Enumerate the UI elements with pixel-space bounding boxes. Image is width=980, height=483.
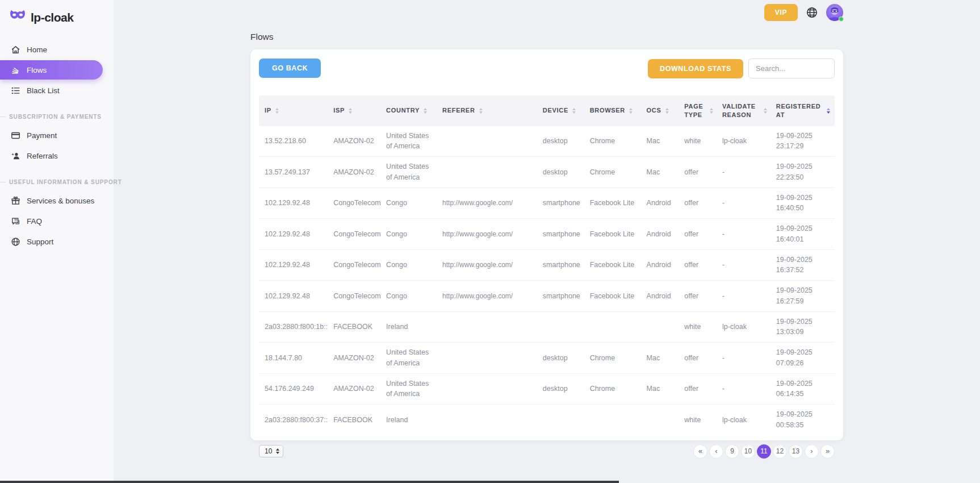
- sort-icon[interactable]: [424, 108, 427, 114]
- cell-ip: 2a03:2880:f800:1b::: [259, 311, 329, 343]
- page-size-select[interactable]: 10: [259, 445, 283, 457]
- sort-icon[interactable]: [710, 108, 713, 114]
- page-button-11[interactable]: 11: [757, 444, 771, 459]
- table-row[interactable]: 2a03:2880:f800:1b::FACEBOOKIrelandwhitel…: [259, 311, 835, 343]
- sort-icon[interactable]: [629, 108, 633, 114]
- sort-icon[interactable]: [572, 108, 576, 114]
- cell-country: United States of America: [382, 373, 438, 405]
- cell-country: Congo: [382, 249, 438, 281]
- sort-icon[interactable]: [827, 108, 830, 114]
- svg-text:?!: ?!: [14, 218, 17, 222]
- sidebar-section-subscription-payments: SUBSCRIPTION & PAYMENTS: [0, 114, 114, 120]
- column-header-registered-at[interactable]: REGISTERED AT: [772, 95, 835, 126]
- cell-browser: Chrome: [585, 157, 642, 188]
- cell-registered-at: 19-09-2025 22:23:50: [772, 157, 835, 188]
- avatar[interactable]: [826, 4, 843, 21]
- sidebar-item-payment[interactable]: Payment: [0, 126, 114, 145]
- sidebar-item-services-bonuses[interactable]: Services & bonuses: [0, 191, 114, 210]
- cell-isp: CongoTelecom: [329, 219, 382, 250]
- table-row[interactable]: 102.129.92.48CongoTelecomCongohttp://www…: [259, 188, 835, 219]
- cell-ocs: [642, 405, 680, 435]
- column-header-isp[interactable]: ISP: [329, 95, 382, 126]
- support-globe-icon: [10, 236, 20, 247]
- column-header-validate-reason[interactable]: VALIDATE REASON: [718, 95, 772, 126]
- cell-browser: Chrome: [585, 343, 642, 374]
- table-row[interactable]: 102.129.92.48CongoTelecomCongohttp://www…: [259, 281, 835, 312]
- cell-ocs: Android: [642, 281, 680, 312]
- bottom-bar: [0, 481, 619, 483]
- column-header-browser[interactable]: BROWSER: [585, 95, 642, 126]
- sidebar-item-home[interactable]: Home: [0, 40, 114, 59]
- column-header-ip[interactable]: IP: [259, 95, 329, 126]
- cell-browser: [585, 405, 642, 435]
- gift-icon: [10, 195, 20, 206]
- cell-device: [538, 311, 585, 343]
- sort-icon[interactable]: [275, 108, 279, 114]
- sidebar-item-faq[interactable]: ?!FAQ: [0, 211, 114, 231]
- prev-page-button[interactable]: ‹: [709, 444, 723, 459]
- vip-button[interactable]: VIP: [764, 4, 798, 21]
- column-header-country[interactable]: COUNTRY: [382, 95, 438, 126]
- page-button-12[interactable]: 12: [773, 444, 787, 459]
- column-label: BROWSER: [590, 106, 625, 115]
- table-row[interactable]: 18.144.7.80AMAZON-02United States of Ame…: [259, 343, 835, 374]
- table-row[interactable]: 54.176.249.249AMAZON-02United States of …: [259, 373, 835, 405]
- sidebar-item-label: Payment: [27, 131, 57, 140]
- last-page-button[interactable]: »: [820, 444, 835, 459]
- cell-country: Ireland: [382, 405, 438, 435]
- payment-icon: [10, 130, 20, 140]
- brand-logo[interactable]: lp-cloak: [0, 6, 114, 27]
- cell-ip: 2a03:2880:f800:37::: [259, 405, 329, 435]
- column-header-referer[interactable]: REFERER: [438, 95, 538, 126]
- table-row[interactable]: 2a03:2880:f800:37::FACEBOOKIrelandwhitel…: [259, 405, 835, 435]
- column-header-device[interactable]: DEVICE: [538, 95, 585, 126]
- online-status-dot: [839, 16, 844, 22]
- page-button-13[interactable]: 13: [789, 444, 803, 459]
- cell-registered-at: 19-09-2025 06:14:35: [772, 373, 835, 405]
- table-row[interactable]: 102.129.92.48CongoTelecomCongohttp://www…: [259, 219, 835, 250]
- page-button-9[interactable]: 9: [725, 444, 739, 459]
- sidebar-item-black-list[interactable]: Black List: [0, 81, 114, 100]
- cell-country: Congo: [382, 281, 438, 312]
- sort-icon[interactable]: [479, 108, 483, 114]
- cell-registered-at: 19-09-2025 16:40:01: [772, 219, 835, 250]
- cell-validate-reason: lp-cloak: [718, 311, 772, 343]
- go-back-button[interactable]: GO BACK: [259, 59, 321, 78]
- page-button-10[interactable]: 10: [741, 444, 755, 459]
- cell-ocs: Mac: [642, 373, 680, 405]
- table-row[interactable]: 13.52.218.60AMAZON-02United States of Am…: [259, 126, 835, 157]
- cell-isp: AMAZON-02: [329, 126, 382, 157]
- sidebar-item-label: Home: [27, 45, 47, 54]
- first-page-button[interactable]: «: [693, 444, 707, 459]
- sidebar-item-referrals[interactable]: Referrals: [0, 146, 114, 165]
- download-stats-button[interactable]: DOWNLOAD STATS: [648, 59, 743, 78]
- column-header-page-type[interactable]: PAGE TYPE: [680, 95, 718, 126]
- cell-isp: CongoTelecom: [329, 249, 382, 281]
- cell-ocs: [642, 311, 680, 343]
- cell-isp: FACEBOOK: [329, 405, 382, 435]
- cell-validate-reason: lp-cloak: [718, 126, 772, 157]
- table-row[interactable]: 13.57.249.137AMAZON-02United States of A…: [259, 157, 835, 188]
- page-size-value: 10: [265, 447, 272, 455]
- cell-page-type: offer: [680, 219, 718, 250]
- next-page-button[interactable]: ›: [805, 444, 819, 459]
- sort-icon[interactable]: [665, 108, 669, 114]
- cell-validate-reason: -: [718, 281, 772, 312]
- column-label: OCS: [647, 106, 661, 115]
- cell-page-type: offer: [680, 249, 718, 281]
- sidebar-item-support[interactable]: Support: [0, 232, 114, 251]
- table-row[interactable]: 102.129.92.48CongoTelecomCongohttp://www…: [259, 249, 835, 281]
- sidebar-item-flows[interactable]: Flows: [0, 60, 103, 80]
- cell-ip: 102.129.92.48: [259, 281, 329, 312]
- globe-icon[interactable]: [805, 6, 819, 19]
- sidebar-nav: HomeFlowsBlack ListSUBSCRIPTION & PAYMEN…: [0, 40, 114, 251]
- search-input[interactable]: [748, 59, 835, 78]
- cell-page-type: offer: [680, 281, 718, 312]
- cell-device: desktop: [538, 373, 585, 405]
- column-header-ocs[interactable]: OCS: [642, 95, 680, 126]
- cell-device: smartphone: [538, 188, 585, 219]
- sort-icon[interactable]: [764, 108, 767, 114]
- cell-device: smartphone: [538, 249, 585, 281]
- sort-icon[interactable]: [349, 108, 352, 114]
- cell-validate-reason: -: [718, 343, 772, 374]
